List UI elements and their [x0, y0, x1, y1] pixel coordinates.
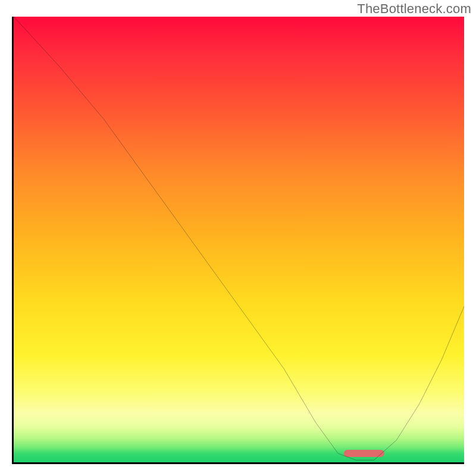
bottleneck-curve	[14, 17, 464, 462]
watermark-text: TheBottleneck.com	[357, 1, 471, 17]
chart-container: TheBottleneck.com	[0, 0, 476, 476]
plot-area	[12, 17, 464, 464]
